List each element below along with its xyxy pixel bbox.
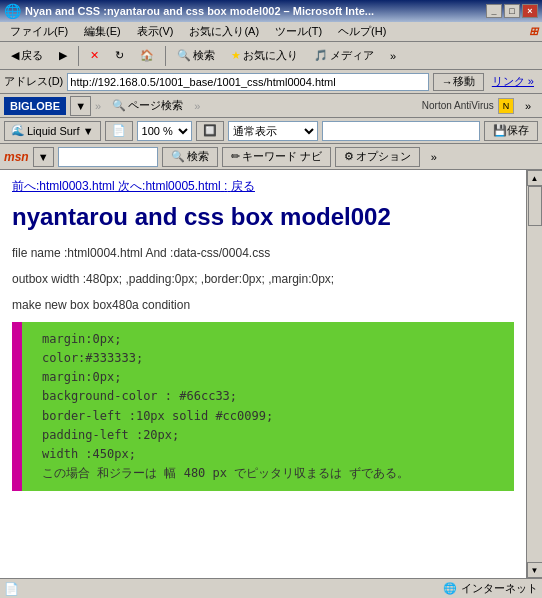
toolbar2: 🌊 Liquid Surf ▼ 📄 100 % 🔲 通常表示 💾 保存: [0, 118, 542, 144]
toolbar-expand-button[interactable]: »: [383, 45, 403, 67]
statusbar: 📄 🌐 インターネット: [0, 578, 542, 598]
status-page-icon: 📄: [4, 582, 19, 596]
norton-icon: N: [498, 98, 514, 114]
msn-search-input[interactable]: [58, 147, 158, 167]
menu-view[interactable]: 表示(V): [131, 22, 180, 41]
internet-zone-label: インターネット: [461, 581, 538, 596]
scroll-thumb[interactable]: [528, 186, 542, 226]
titlebar-controls: _ □ ×: [486, 4, 538, 18]
scroll-down-button[interactable]: ▼: [527, 562, 543, 578]
msn-logo: msn: [4, 150, 29, 164]
zoom-icon: 🔲: [203, 124, 217, 137]
media-button[interactable]: 🎵 メディア: [307, 45, 381, 67]
search-icon: 🔍: [177, 49, 191, 62]
titlebar-title: 🌐 Nyan and CSS :nyantarou and css box mo…: [4, 3, 374, 19]
menu-help[interactable]: ヘルプ(H): [332, 22, 392, 41]
desc-line-2: outbox width :480px; ,padding:0px; ,bord…: [12, 270, 514, 288]
page-icon: 📄: [112, 124, 126, 137]
desc-line-1: file name :html0004.html And :data-css/0…: [12, 244, 514, 262]
scroll-track[interactable]: [527, 186, 542, 562]
save-icon: 💾: [493, 124, 507, 137]
home-icon: 🏠: [140, 49, 154, 62]
back-link[interactable]: 戻る: [231, 179, 255, 193]
code-line-7: width :450px;: [42, 445, 506, 464]
code-line-1: margin:0px;: [42, 330, 506, 349]
content-main: 前へ:html0003.html 次へ:html0005.html : 戻る n…: [0, 170, 526, 578]
msn-keyword-button[interactable]: ✏ キーワード ナビ: [222, 147, 331, 167]
gear-icon: ⚙: [344, 150, 354, 163]
msn-options-button[interactable]: ⚙ オプション: [335, 147, 420, 167]
code-line-3: margin:0px;: [42, 368, 506, 387]
refresh-button[interactable]: ↻: [108, 45, 131, 67]
titlebar: 🌐 Nyan and CSS :nyantarou and css box mo…: [0, 0, 542, 22]
msn-search-button[interactable]: 🔍 検索: [162, 147, 218, 167]
close-button[interactable]: ×: [522, 4, 538, 18]
menu-favorites[interactable]: お気に入り(A): [183, 22, 265, 41]
menubar: ファイル(F) 編集(E) 表示(V) お気に入り(A) ツール(T) ヘルプ(…: [0, 22, 542, 42]
windows-logo: ⊞: [529, 25, 538, 38]
code-line-5: border-left :10px solid #cc0099;: [42, 407, 506, 426]
norton-label: Norton AntiVirus: [422, 100, 494, 111]
addressbar: アドレス(D) → 移動 リンク »: [0, 70, 542, 94]
code-line-2: color:#333333;: [42, 349, 506, 368]
go-button[interactable]: → 移動: [433, 73, 484, 91]
toolbar1: ◀ ◀ 戻る 戻る ▶ ✕ ↻ 🏠 🔍 検索 ★ お気に入り 🎵 メディア »: [0, 42, 542, 70]
search-glass-icon: 🔍: [112, 99, 126, 112]
star-icon: ★: [231, 49, 241, 62]
view-select[interactable]: 通常表示: [228, 121, 318, 141]
forward-button[interactable]: ▶: [52, 45, 74, 67]
address-input[interactable]: [67, 73, 429, 91]
scroll-up-button[interactable]: ▲: [527, 170, 543, 186]
pencil-icon: ✏: [231, 150, 240, 163]
go-arrow-icon: →: [442, 76, 453, 88]
zoom-icon-button[interactable]: 🔲: [196, 121, 224, 141]
msn-search-icon: 🔍: [171, 150, 185, 163]
code-line-6: padding-left :20px;: [42, 426, 506, 445]
page-search-button[interactable]: 🔍 ページ検索: [105, 95, 190, 117]
prev-link[interactable]: 前へ:html0003.html: [12, 179, 115, 193]
biglobe-sep2: »: [194, 100, 200, 112]
back-button[interactable]: ◀ ◀ 戻る 戻る: [4, 45, 50, 67]
links-button[interactable]: リンク »: [488, 73, 538, 90]
favorites-button[interactable]: ★ お気に入り: [224, 45, 305, 67]
biglobe-separator: »: [95, 100, 101, 112]
liquid-surf-button[interactable]: 🌊 Liquid Surf ▼: [4, 121, 101, 141]
page-icon-button[interactable]: 📄: [105, 121, 133, 141]
scrollbar: ▲ ▼: [526, 170, 542, 578]
biglobe-logo: BIGLOBE: [4, 97, 66, 115]
search-button[interactable]: 🔍 検索: [170, 45, 222, 67]
refresh-icon: ↻: [115, 49, 124, 62]
menu-tools[interactable]: ツール(T): [269, 22, 328, 41]
back-icon: ◀: [11, 49, 19, 62]
zoom-select[interactable]: 100 %: [137, 121, 192, 141]
stop-button[interactable]: ✕: [83, 45, 106, 67]
menu-file[interactable]: ファイル(F): [4, 22, 74, 41]
msn-expand-button[interactable]: »: [424, 146, 444, 168]
biglobe-dropdown[interactable]: ▼: [70, 96, 91, 116]
msn-dropdown[interactable]: ▼: [33, 147, 54, 167]
stop-icon: ✕: [90, 49, 99, 62]
separator1: [78, 46, 79, 66]
next-link[interactable]: 次へ:html0005.html: [118, 179, 221, 193]
forward-icon: ▶: [59, 49, 67, 62]
menu-edit[interactable]: 編集(E): [78, 22, 127, 41]
maximize-button[interactable]: □: [504, 4, 520, 18]
browser-icon: 🌐: [4, 3, 21, 19]
address-label: アドレス(D): [4, 74, 63, 89]
home-button[interactable]: 🏠: [133, 45, 161, 67]
nav-links: 前へ:html0003.html 次へ:html0005.html : 戻る: [12, 178, 514, 195]
minimize-button[interactable]: _: [486, 4, 502, 18]
desc-line-3: make new box box480a condition: [12, 296, 514, 314]
window-title: Nyan and CSS :nyantarou and css box mode…: [25, 5, 374, 17]
toolbar2-input[interactable]: [322, 121, 480, 141]
code-line-8: この場合 和ジラーは 幅 480 px でピッタリ収まるは ずである。: [42, 464, 506, 483]
internet-globe-icon: 🌐: [443, 582, 457, 595]
save-button[interactable]: 💾 保存: [484, 121, 538, 141]
biglobe-toolbar: BIGLOBE ▼ » 🔍 ページ検索 » Norton AntiVirus N…: [0, 94, 542, 118]
code-line-4: background-color : #66cc33;: [42, 387, 506, 406]
biglobe-expand-button[interactable]: »: [518, 95, 538, 117]
separator2: [165, 46, 166, 66]
content-wrapper: 前へ:html0003.html 次へ:html0005.html : 戻る n…: [0, 170, 542, 578]
liquid-icon: 🌊: [11, 124, 25, 137]
page-heading: nyantarou and css box model002: [12, 203, 514, 232]
